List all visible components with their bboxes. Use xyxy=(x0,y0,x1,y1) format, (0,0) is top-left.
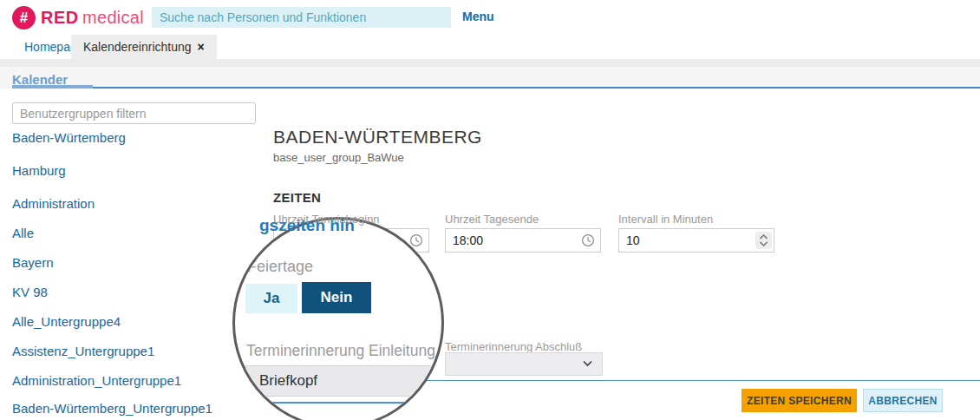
close-tab-icon[interactable]: × xyxy=(198,40,205,54)
group-title: BADEN-WÜRTEMBERG xyxy=(273,127,482,148)
feiertage-label: Feiertage xyxy=(247,258,313,276)
sidebar-item-alle[interactable]: Alle xyxy=(12,226,34,240)
zeiten-speichern-button[interactable]: ZEITEN SPEICHERN xyxy=(742,389,857,412)
section-underline xyxy=(12,87,980,89)
brand-name-red: RED xyxy=(41,8,79,28)
clock-icon[interactable] xyxy=(409,233,423,247)
sidebar-item-hamburg[interactable]: Hamburg xyxy=(12,163,66,178)
sidebar-item-administration-untergruppe1[interactable]: Administration_Untergruppe1 xyxy=(12,373,181,388)
reminder-intro-label: Terminerinnerung Einleitung xyxy=(246,342,435,360)
usergroup-filter-input[interactable] xyxy=(12,102,256,124)
tabbar-divider-strip xyxy=(0,59,980,67)
intervall-stepper[interactable] xyxy=(755,232,772,249)
sidebar-item-alle-untergruppe4[interactable]: Alle_Untergruppe4 xyxy=(12,314,121,329)
section-active-underline xyxy=(12,85,93,89)
feiertage-nein-button[interactable]: Nein xyxy=(302,282,371,313)
field-label-tagesende: Uhrzeit Tagesende xyxy=(445,213,539,226)
sidebar-item-bayern[interactable]: Bayern xyxy=(12,255,54,270)
intervall-input[interactable] xyxy=(618,228,774,253)
field-label-intervall: Intervall in Minuten xyxy=(618,213,713,226)
abbrechen-button[interactable]: ABBRECHEN xyxy=(863,389,943,412)
sidebar-item-baden-wuertemberg[interactable]: Baden-Würtemberg xyxy=(12,130,126,145)
chevron-down-icon xyxy=(582,359,593,368)
stepper-down-icon[interactable] xyxy=(759,240,768,247)
global-search-input[interactable] xyxy=(152,7,451,28)
tab-kalendereinrichtung[interactable]: Kalendereinrichtung × xyxy=(71,35,217,59)
magnifier-lens: Feiertage Ja Nein Terminerinnerung Einle… xyxy=(232,217,444,420)
sidebar-item-baden-wuertemberg-untergruppe1[interactable]: Baden-Würtemberg_Untergruppe1 xyxy=(12,401,212,416)
brand-name-medical: medical xyxy=(82,8,144,28)
menu-link[interactable]: Menu xyxy=(462,10,494,23)
sidebar-item-administration[interactable]: Administration xyxy=(12,196,95,211)
brand-hash-icon: # xyxy=(12,6,36,30)
app-header: # RED medical Menu xyxy=(0,0,980,35)
tab-kalendereinrichtung-label: Kalendereinrichtung xyxy=(83,40,192,54)
tagesende-input[interactable] xyxy=(445,228,601,253)
group-id: base_user_group_BaWue xyxy=(273,151,404,164)
feiertage-ja-button[interactable]: Ja xyxy=(245,284,297,313)
field-label-terminbeginn: Uhrzeit Terminbeginn xyxy=(273,213,380,226)
reminder-end-select[interactable] xyxy=(445,352,603,376)
stepper-up-icon[interactable] xyxy=(759,233,768,240)
section-nav-bar xyxy=(0,67,980,89)
sidebar-item-assistenz-untergruppe1[interactable]: Assistenz_Untergruppe1 xyxy=(12,344,154,358)
reminder-end-label: Terminerinnerung Abschluß xyxy=(445,340,582,353)
zeiten-heading: ZEITEN xyxy=(273,190,321,205)
clock-icon[interactable] xyxy=(581,233,595,247)
reminder-intro-select[interactable]: Briefkopf xyxy=(245,365,438,397)
lens-form-divider xyxy=(235,402,444,404)
sidebar-item-kv98[interactable]: KV 98 xyxy=(12,285,48,299)
